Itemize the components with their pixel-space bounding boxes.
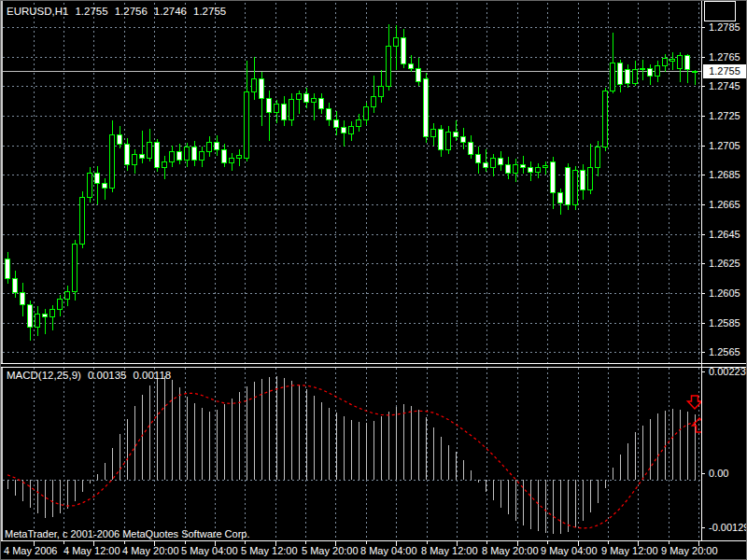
bull-candle[interactable] — [230, 159, 234, 163]
bull-candle[interactable] — [364, 107, 369, 120]
bull-candle[interactable] — [596, 147, 600, 167]
bull-candle[interactable] — [678, 55, 683, 68]
macd-chart[interactable] — [3, 368, 701, 540]
bull-candle[interactable] — [133, 154, 137, 164]
bear-candle[interactable] — [192, 147, 197, 160]
bull-candle[interactable] — [543, 166, 548, 168]
bear-candle[interactable] — [484, 163, 488, 168]
bull-candle[interactable] — [394, 37, 399, 47]
bull-candle[interactable] — [514, 164, 518, 174]
bull-candle[interactable] — [349, 126, 354, 133]
bear-candle[interactable] — [521, 164, 526, 167]
price-chart-pane[interactable] — [3, 3, 701, 363]
bear-candle[interactable] — [685, 55, 690, 70]
bear-candle[interactable] — [6, 259, 10, 279]
bull-candle[interactable] — [58, 299, 63, 309]
bull-candle[interactable] — [289, 100, 294, 120]
bull-candle[interactable] — [588, 167, 593, 189]
bear-candle[interactable] — [103, 184, 107, 189]
bull-candle[interactable] — [655, 65, 660, 76]
bear-candle[interactable] — [416, 68, 421, 81]
bull-candle[interactable] — [446, 132, 451, 149]
bull-candle[interactable] — [275, 104, 279, 113]
bear-candle[interactable] — [409, 64, 414, 69]
bear-candle[interactable] — [222, 149, 227, 162]
bear-candle[interactable] — [402, 37, 406, 64]
bull-candle[interactable] — [603, 91, 608, 147]
bear-candle[interactable] — [118, 135, 122, 145]
bull-candle[interactable] — [633, 70, 638, 83]
bear-candle[interactable] — [282, 104, 287, 119]
bear-candle[interactable] — [454, 132, 458, 136]
bear-candle[interactable] — [304, 93, 309, 103]
bear-candle[interactable] — [155, 143, 160, 168]
bear-candle[interactable] — [648, 68, 653, 76]
time-axis[interactable]: 4 May 20064 May 12:004 May 20:005 May 04… — [1, 541, 747, 560]
bear-candle[interactable] — [21, 293, 25, 305]
price-axis[interactable]: 1.27851.27651.27451.27251.27051.26851.26… — [701, 1, 747, 540]
bull-candle[interactable] — [670, 60, 675, 62]
bear-candle[interactable] — [529, 167, 533, 172]
bear-candle[interactable] — [506, 164, 511, 174]
bull-candle[interactable] — [379, 86, 384, 96]
bull-candle[interactable] — [170, 151, 175, 161]
bear-candle[interactable] — [267, 98, 272, 113]
bear-candle[interactable] — [566, 167, 571, 204]
bull-candle[interactable] — [357, 120, 361, 126]
bear-candle[interactable] — [13, 278, 18, 293]
bear-candle[interactable] — [439, 129, 444, 149]
bear-candle[interactable] — [461, 136, 466, 142]
bull-candle[interactable] — [693, 72, 698, 73]
bear-candle[interactable] — [260, 78, 264, 98]
bull-candle[interactable] — [252, 78, 257, 91]
bull-candle[interactable] — [573, 171, 578, 204]
bull-candle[interactable] — [372, 96, 376, 106]
bull-candle[interactable] — [491, 159, 496, 168]
bear-candle[interactable] — [558, 192, 563, 203]
bear-candle[interactable] — [581, 171, 585, 190]
bear-candle[interactable] — [125, 144, 130, 164]
bear-candle[interactable] — [140, 154, 145, 159]
bear-candle[interactable] — [551, 161, 556, 192]
bull-candle[interactable] — [431, 129, 436, 136]
bear-candle[interactable] — [626, 70, 630, 83]
bear-candle[interactable] — [476, 154, 481, 163]
bull-candle[interactable] — [162, 161, 167, 167]
bull-candle[interactable] — [88, 174, 92, 197]
bull-candle[interactable] — [80, 197, 85, 245]
bear-candle[interactable] — [319, 98, 324, 108]
bull-candle[interactable] — [312, 98, 317, 103]
bull-candle[interactable] — [185, 147, 190, 160]
bear-candle[interactable] — [177, 151, 182, 161]
bull-candle[interactable] — [200, 151, 204, 161]
bull-candle[interactable] — [611, 63, 615, 91]
bear-candle[interactable] — [215, 143, 219, 150]
bull-candle[interactable] — [148, 143, 152, 159]
bear-candle[interactable] — [499, 159, 503, 164]
bull-candle[interactable] — [297, 93, 302, 99]
bull-candle[interactable] — [245, 92, 249, 159]
bear-candle[interactable] — [342, 128, 346, 133]
bull-candle[interactable] — [663, 58, 668, 65]
candlestick-chart[interactable] — [3, 3, 701, 363]
bear-candle[interactable] — [334, 120, 339, 128]
bull-candle[interactable] — [207, 143, 212, 152]
sell-signal-arrow-icon[interactable] — [688, 396, 702, 409]
bull-candle[interactable] — [50, 309, 55, 316]
bull-candle[interactable] — [110, 135, 115, 189]
macd-indicator-pane[interactable] — [3, 368, 701, 540]
bull-candle[interactable] — [73, 245, 78, 292]
bull-candle[interactable] — [536, 167, 541, 172]
bear-candle[interactable] — [469, 143, 473, 155]
bull-candle[interactable] — [387, 47, 391, 87]
bear-candle[interactable] — [327, 108, 331, 120]
bear-candle[interactable] — [28, 305, 33, 328]
bear-candle[interactable] — [95, 174, 100, 184]
bear-candle[interactable] — [618, 63, 623, 85]
bull-candle[interactable] — [65, 291, 70, 299]
bear-candle[interactable] — [424, 78, 429, 136]
bear-candle[interactable] — [43, 314, 48, 316]
buy-signal-arrow-icon[interactable] — [693, 418, 702, 432]
bull-candle[interactable] — [35, 314, 40, 327]
bull-candle[interactable] — [237, 156, 242, 159]
